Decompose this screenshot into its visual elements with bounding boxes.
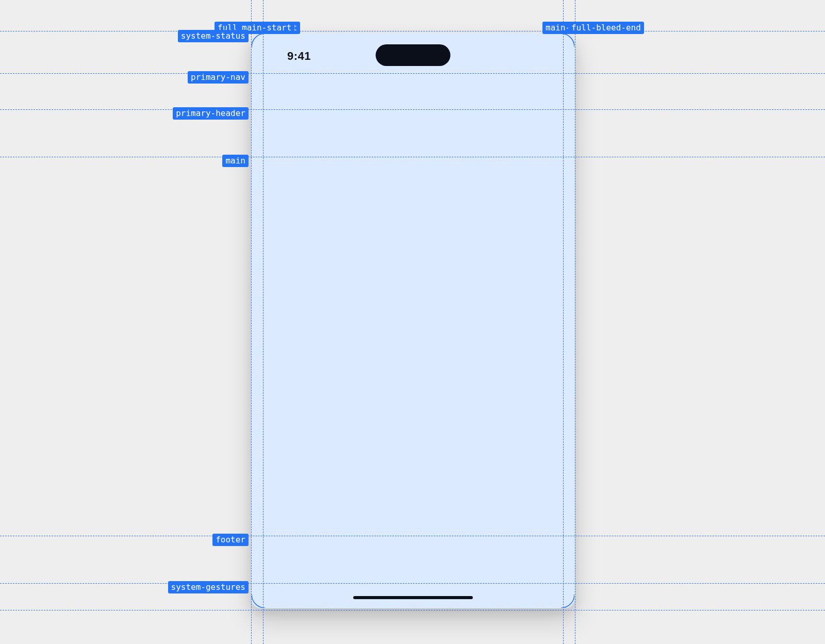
- label-system-status: system-status: [178, 30, 249, 42]
- label-footer: footer: [212, 534, 249, 546]
- label-main-start: main-start: [239, 22, 294, 34]
- label-main: main: [222, 155, 249, 167]
- home-indicator: [353, 596, 473, 599]
- status-time: 9:41: [287, 49, 311, 63]
- guide-bottom-edge: [0, 610, 825, 610]
- guide-full-bleed-end: [575, 0, 575, 644]
- label-main-end: main-end: [542, 22, 588, 34]
- label-full-bleed-start: full-bleed-start: [214, 22, 300, 34]
- label-full-bleed-end: full-bleed-end: [568, 22, 644, 34]
- device-frame: 9:41: [251, 33, 575, 608]
- dynamic-island: [376, 44, 451, 66]
- label-primary-header: primary-header: [173, 107, 249, 120]
- guide-system-status: [0, 31, 825, 31]
- label-system-gestures: system-gestures: [168, 581, 249, 593]
- label-primary-nav: primary-nav: [188, 71, 249, 84]
